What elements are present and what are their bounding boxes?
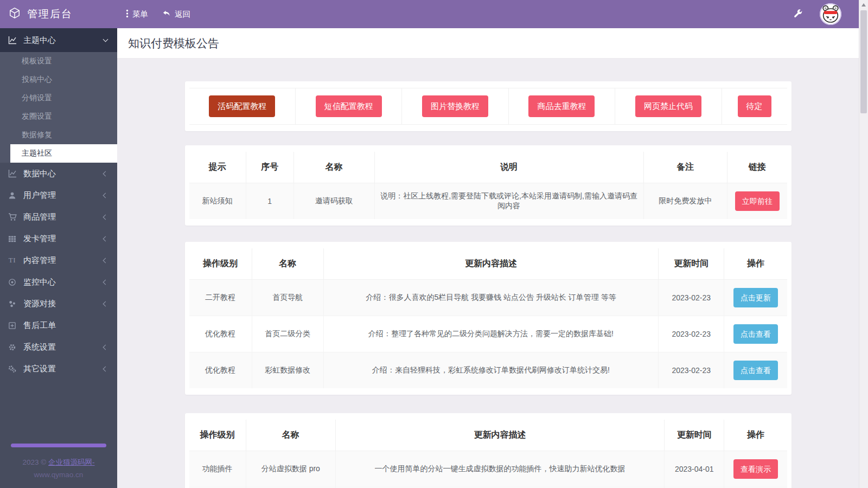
go-now-button[interactable]: 立即前往 <box>735 191 780 211</box>
table-row: 二开教程 首页导航 介绍：很多人喜欢的5栏目导航 我要赚钱 站点公告 升级站长 … <box>189 279 787 316</box>
notice-no-cell: 1 <box>246 183 293 219</box>
sidebar-item-card-management[interactable]: 发卡管理 <box>0 228 117 249</box>
column-header: 提示 <box>189 152 246 183</box>
copyright-site-url[interactable]: www.qymao.cn <box>34 471 84 479</box>
notice-tip-cell: 新站须知 <box>189 183 246 219</box>
chevron-down-icon <box>103 37 108 42</box>
sidebar-item-theme-center[interactable]: 主题中心 <box>0 28 117 52</box>
sidebar-item-label: 发卡管理 <box>23 234 97 244</box>
target-icon <box>8 278 17 287</box>
quick-btn-image-replace-tutorial[interactable]: 图片替换教程 <box>422 95 488 117</box>
submenu-item-distribution-settings[interactable]: 分销设置 <box>0 89 117 107</box>
view-demo-button[interactable]: 查看演示 <box>733 459 778 479</box>
sidebar-item-content-management[interactable]: TI 内容管理 <box>0 249 117 271</box>
nodes-icon <box>8 299 17 309</box>
level-cell: 优化教程 <box>189 352 252 389</box>
wrench-icon[interactable] <box>793 9 803 20</box>
copyright-year: 2023 © <box>23 458 47 466</box>
sidebar-item-label: 数据中心 <box>23 169 97 179</box>
theme-center-submenu: 模板设置 投稿中心 分销设置 发圈设置 数据修复 主题社区 <box>0 52 117 163</box>
date-cell: 2023-02-23 <box>659 279 724 316</box>
chevron-left-icon <box>103 192 108 198</box>
column-header: 更新内容描述 <box>323 248 658 280</box>
submenu-item-template-settings[interactable]: 模板设置 <box>0 52 117 70</box>
click-view-button[interactable]: 点击查看 <box>733 324 778 344</box>
quick-btn-page-ban-code[interactable]: 网页禁止代码 <box>635 95 701 117</box>
notice-table: 提示 序号 名称 说明 备注 链接 新站须知 1 邀请码获取 <box>189 152 787 219</box>
sidebar-item-label: 主题中心 <box>23 35 97 46</box>
quick-btn-sms-tutorial[interactable]: 短信配置教程 <box>316 95 382 117</box>
chevron-left-icon <box>103 301 108 306</box>
submenu-item-submission-center[interactable]: 投稿中心 <box>0 70 117 89</box>
column-header: 序号 <box>246 152 293 183</box>
column-header: 更新时间 <box>665 420 724 451</box>
submenu-item-theme-community[interactable]: 主题社区 <box>10 144 117 163</box>
sidebar-item-label: 用户管理 <box>23 190 97 201</box>
quick-buttons-card: 活码配置教程 短信配置教程 图片替换教程 商品去重教程 网页禁止代码 待定 <box>185 81 792 131</box>
name-cell: 分站虚拟数据 pro <box>246 451 335 487</box>
quick-btn-tbd[interactable]: 待定 <box>738 95 771 117</box>
cart-icon <box>8 213 17 222</box>
table-row: 功能插件 分站虚拟数据 pro 一个使用简单的分站一键生成虚拟数据的功能插件，快… <box>189 451 787 487</box>
sidebar-item-system-settings[interactable]: 系统设置 <box>0 336 117 358</box>
chevron-left-icon <box>103 214 108 220</box>
user-avatar[interactable] <box>820 3 841 25</box>
menu-toggle-button[interactable]: 菜单 <box>126 9 148 20</box>
submenu-item-data-repair[interactable]: 数据修复 <box>0 126 117 144</box>
sidebar-item-label: 其它设置 <box>23 364 97 374</box>
up-triangle-icon <box>861 3 866 7</box>
scrollbar-thumb[interactable] <box>860 10 867 113</box>
notice-name-cell: 邀请码获取 <box>293 183 374 219</box>
page-header: 知识付费模板公告 <box>117 28 859 59</box>
click-view-button[interactable]: 点击查看 <box>733 361 778 380</box>
grid-icon <box>8 234 17 243</box>
sidebar-item-label: 内容管理 <box>23 255 97 266</box>
quick-btn-livecode-tutorial[interactable]: 活码配置教程 <box>209 95 275 117</box>
column-header: 名称 <box>293 152 374 183</box>
column-header: 更新内容描述 <box>335 420 664 451</box>
sidebar-item-aftersales-ticket[interactable]: 售后工单 <box>0 314 117 336</box>
text-icon: TI <box>8 256 17 265</box>
sidebar-item-other-settings[interactable]: 其它设置 <box>0 358 117 380</box>
line-chart-icon <box>8 36 17 45</box>
page-title: 知识付费模板公告 <box>128 36 219 51</box>
sidebar-item-monitor-center[interactable]: 监控中心 <box>0 271 117 293</box>
level-cell: 优化教程 <box>189 316 252 352</box>
user-icon <box>8 191 17 200</box>
column-header: 备注 <box>643 152 727 183</box>
update-table: 操作级别 名称 更新内容描述 更新时间 操作 二开教程 首页导航 介绍：很多人喜… <box>189 248 787 389</box>
copyright-site-link[interactable]: 企业猫源码网- <box>48 458 95 466</box>
sidebar-item-product-management[interactable]: 商品管理 <box>0 206 117 228</box>
sidebar-item-data-center[interactable]: 数据中心 <box>0 163 117 184</box>
quick-btn-product-dedupe-tutorial[interactable]: 商品去重教程 <box>528 95 595 117</box>
name-cell: 首页导航 <box>252 279 323 316</box>
sidebar-item-label: 商品管理 <box>23 212 97 222</box>
date-cell: 2023-02-23 <box>659 352 724 389</box>
click-update-button[interactable]: 点击更新 <box>733 288 778 307</box>
column-header: 操作级别 <box>189 248 252 280</box>
app-title: 管理后台 <box>27 7 73 21</box>
sidebar: 主题中心 模板设置 投稿中心 分销设置 发圈设置 数据修复 主题社区 数据中心 … <box>0 28 117 488</box>
level-cell: 功能插件 <box>189 451 246 487</box>
scroll-up-button[interactable] <box>859 0 868 9</box>
cube-logo-icon <box>9 7 21 21</box>
sidebar-divider-bar <box>11 444 106 447</box>
level-cell: 二开教程 <box>189 279 252 316</box>
line-chart-icon <box>8 169 17 178</box>
update-table-card: 操作级别 名称 更新内容描述 更新时间 操作 二开教程 首页导航 介绍：很多人喜… <box>185 242 792 395</box>
plugin-table-card: 操作级别 名称 更新内容描述 更新时间 操作 功能插件 分站虚拟数据 pro 一… <box>185 413 792 488</box>
date-cell: 2023-04-01 <box>665 451 724 487</box>
table-row: 优化教程 首页二级分类 介绍：整理了各种常见的二级分类问题解决方法，需要一定的数… <box>189 316 787 352</box>
notice-table-card: 提示 序号 名称 说明 备注 链接 新站须知 1 邀请码获取 <box>185 145 792 226</box>
return-arrow-icon <box>162 9 171 19</box>
submenu-item-moments-settings[interactable]: 发圈设置 <box>0 107 117 126</box>
chevron-left-icon <box>103 366 108 371</box>
topbar: 管理后台 菜单 返回 <box>0 0 859 28</box>
sidebar-item-user-management[interactable]: 用户管理 <box>0 184 117 206</box>
sidebar-item-resource-integration[interactable]: 资源对接 <box>0 293 117 314</box>
back-button[interactable]: 返回 <box>162 9 190 20</box>
desc-cell: 一个使用简单的分站一键生成虚拟数据的功能插件，快速助力新站优化数据 <box>335 451 664 487</box>
sidebar-footer: 2023 © 企业猫源码网- www.qymao.cn <box>0 444 117 488</box>
table-row: 优化教程 彩虹数据修改 介绍：来自轻狸科技，彩虹系统修改订单数据代刷网修改订单统… <box>189 352 787 389</box>
chevron-left-icon <box>103 279 108 285</box>
